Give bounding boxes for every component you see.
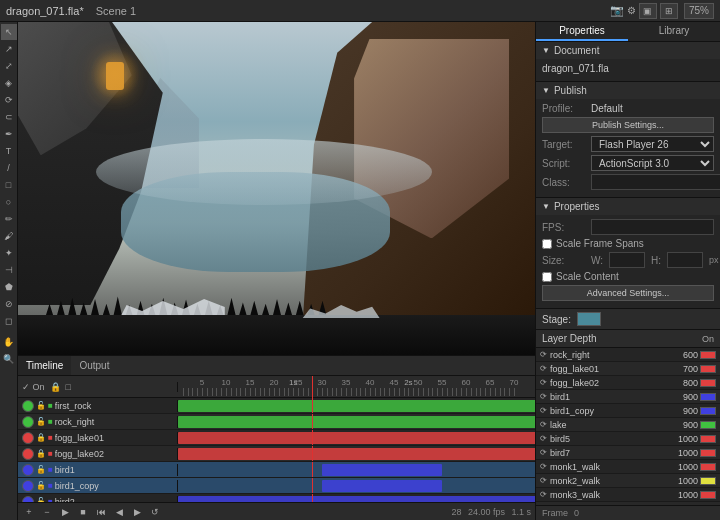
ld-layer-color[interactable] <box>700 477 716 485</box>
publish-header[interactable]: ▼ Publish <box>536 82 720 99</box>
layer-visibility-toggle[interactable] <box>22 432 34 444</box>
stop-btn[interactable]: ■ <box>76 505 90 519</box>
tool-gradient[interactable]: ◈ <box>1 75 17 91</box>
layer-frames-area[interactable] <box>178 462 535 477</box>
ld-layer-color[interactable] <box>700 365 716 373</box>
lock-all-icon[interactable]: 🔒 <box>50 382 61 392</box>
layer-outline-icon[interactable]: ■ <box>48 481 53 490</box>
tab-output[interactable]: Output <box>71 356 117 375</box>
properties-header[interactable]: ▼ Properties <box>536 198 720 215</box>
ld-row[interactable]: ⟳fogg_lake02800 <box>536 376 720 390</box>
layer-lock-icon[interactable]: 🔒 <box>36 449 46 459</box>
ld-layer-color[interactable] <box>700 407 716 415</box>
layer-visibility-toggle[interactable] <box>22 448 34 460</box>
document-header[interactable]: ▼ Document <box>536 42 720 59</box>
ld-row[interactable]: ⟳rock_right600 <box>536 348 720 362</box>
height-input[interactable]: 675 <box>667 252 703 268</box>
tab-timeline[interactable]: Timeline <box>18 356 71 375</box>
tool-eraser[interactable]: ◻ <box>1 313 17 329</box>
layer-frames-area[interactable] <box>178 414 535 429</box>
scale-content-check[interactable] <box>542 272 552 282</box>
script-dropdown[interactable]: ActionScript 3.0 <box>591 155 714 171</box>
layer-row[interactable]: 🔓■bird2 <box>18 494 535 502</box>
tool-oval[interactable]: ○ <box>1 194 17 210</box>
delete-layer-btn[interactable]: − <box>40 505 54 519</box>
layer-outline-icon[interactable]: ■ <box>48 465 53 474</box>
layer-outline-icon[interactable]: ■ <box>48 417 53 426</box>
tool-brush[interactable]: 🖌 <box>1 228 17 244</box>
icon-btn-1[interactable]: ▣ <box>639 3 657 19</box>
play-btn[interactable]: ▶ <box>58 505 72 519</box>
tool-hand[interactable]: ✋ <box>1 334 17 350</box>
rewind-btn[interactable]: ⏮ <box>94 505 108 519</box>
ld-layer-color[interactable] <box>700 449 716 457</box>
layer-frames-area[interactable] <box>178 478 535 493</box>
publish-settings-btn[interactable]: Publish Settings... <box>542 117 714 133</box>
layer-lock-icon[interactable]: 🔓 <box>36 417 46 427</box>
layer-visibility-toggle[interactable] <box>22 480 34 492</box>
tool-zoom[interactable]: 🔍 <box>1 351 17 367</box>
layer-frames-area[interactable] <box>178 446 535 461</box>
layer-frames-area[interactable] <box>178 430 535 445</box>
tool-3d[interactable]: ⟳ <box>1 92 17 108</box>
ld-layer-color[interactable] <box>700 421 716 429</box>
ld-row[interactable]: ⟳monk2_walk1000 <box>536 474 720 488</box>
loop-btn[interactable]: ↺ <box>148 505 162 519</box>
ld-layer-color[interactable] <box>700 491 716 499</box>
ld-row[interactable]: ⟳lake900 <box>536 418 720 432</box>
add-layer-btn[interactable]: + <box>22 505 36 519</box>
layer-row[interactable]: 🔓■bird1 <box>18 462 535 478</box>
layer-row[interactable]: 🔒■fogg_lake01 <box>18 430 535 446</box>
layer-visibility-toggle[interactable] <box>22 464 34 476</box>
target-dropdown[interactable]: Flash Player 26 <box>591 136 714 152</box>
ld-layer-color[interactable] <box>700 393 716 401</box>
layer-outline-icon[interactable]: ■ <box>48 401 53 410</box>
tool-subselect[interactable]: ↗ <box>1 41 17 57</box>
tab-library[interactable]: Library <box>628 22 720 41</box>
tool-rect[interactable]: □ <box>1 177 17 193</box>
ld-row[interactable]: ⟳fogg_lake01700 <box>536 362 720 376</box>
ld-row[interactable]: ⟳bird51000 <box>536 432 720 446</box>
ld-row[interactable]: ⟳monk3_walk1000 <box>536 488 720 502</box>
tool-deco[interactable]: ✦ <box>1 245 17 261</box>
tab-properties[interactable]: Properties <box>536 22 628 41</box>
step-fwd-btn[interactable]: ▶ <box>130 505 144 519</box>
layer-row[interactable]: 🔓■rock_right <box>18 414 535 430</box>
fps-input[interactable]: 24.00 <box>591 219 714 235</box>
layer-visibility-toggle[interactable] <box>22 400 34 412</box>
ld-layer-color[interactable] <box>700 351 716 359</box>
ld-row[interactable]: ⟳bird1_copy900 <box>536 404 720 418</box>
layer-lock-icon[interactable]: 🔓 <box>36 481 46 491</box>
advanced-settings-btn[interactable]: Advanced Settings... <box>542 285 714 301</box>
step-back-btn[interactable]: ◀ <box>112 505 126 519</box>
layer-row[interactable]: 🔒■fogg_lake02 <box>18 446 535 462</box>
layer-visibility-toggle[interactable] <box>22 416 34 428</box>
canvas-area[interactable] <box>18 22 535 355</box>
layer-outline-icon[interactable]: ■ <box>48 433 53 442</box>
class-input[interactable] <box>591 174 720 190</box>
layer-lock-icon[interactable]: 🔓 <box>36 465 46 475</box>
stage-color-picker[interactable] <box>577 312 601 326</box>
outline-all-icon[interactable]: □ <box>66 382 71 392</box>
tool-paint-bucket[interactable]: ⬟ <box>1 279 17 295</box>
tool-pencil[interactable]: ✏ <box>1 211 17 227</box>
ld-layer-color[interactable] <box>700 463 716 471</box>
tool-text[interactable]: T <box>1 143 17 159</box>
tool-line[interactable]: / <box>1 160 17 176</box>
layer-outline-icon[interactable]: ■ <box>48 449 53 458</box>
tool-lasso[interactable]: ⊂ <box>1 109 17 125</box>
zoom-control[interactable]: 75% <box>684 3 714 19</box>
scale-frame-check[interactable] <box>542 239 552 249</box>
tool-bone[interactable]: ⊣ <box>1 262 17 278</box>
layer-lock-icon[interactable]: 🔓 <box>36 401 46 411</box>
layer-row[interactable]: 🔓■bird1_copy <box>18 478 535 494</box>
ld-row[interactable]: ⟳bird1900 <box>536 390 720 404</box>
tool-arrow[interactable]: ↖ <box>1 24 17 40</box>
layer-lock-icon[interactable]: 🔒 <box>36 433 46 443</box>
tool-eyedropper[interactable]: ⊘ <box>1 296 17 312</box>
ld-layer-color[interactable] <box>700 435 716 443</box>
layer-frames-area[interactable] <box>178 494 535 502</box>
ld-row[interactable]: ⟳monk1_walk1000 <box>536 460 720 474</box>
layer-frames-area[interactable] <box>178 398 535 413</box>
layers-scroll[interactable]: 🔓■first_rock🔓■rock_right🔒■fogg_lake01🔒■f… <box>18 398 535 502</box>
